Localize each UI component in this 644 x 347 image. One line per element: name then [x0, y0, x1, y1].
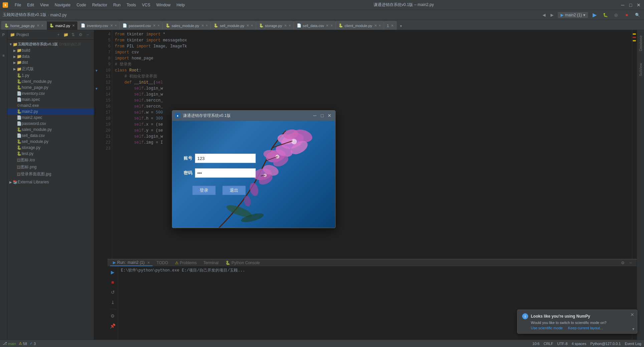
stop-button[interactable]: ■: [623, 11, 631, 19]
tab-inventory[interactable]: 📄 inventory.csv ✕ ×: [78, 21, 120, 30]
toolbar-back-btn[interactable]: ◀: [541, 12, 547, 18]
warning-triangle-icon: ⚠: [19, 341, 22, 346]
tab-sales-close[interactable]: ✕: [201, 24, 204, 27]
python-interpreter[interactable]: Python@127.0.0.1: [590, 342, 621, 346]
menu-edit[interactable]: Edit: [24, 1, 37, 9]
tab-sell-data-close[interactable]: ✕: [326, 24, 329, 27]
menu-code[interactable]: Code: [74, 1, 89, 9]
debug-button[interactable]: 🐛: [601, 11, 609, 19]
tab-client-modified: ×: [379, 24, 381, 27]
username-label: 账号: [182, 155, 192, 161]
status-bar: ⎇ main ⚠ 58 ✓ 3 10:6 CRLF UTF-8 4 spaces…: [0, 340, 644, 347]
tab-password-label: password.csv: [129, 24, 151, 28]
line-col[interactable]: 10:6: [532, 342, 540, 346]
toolbar-fwd-btn[interactable]: ▶: [549, 12, 555, 18]
git-status[interactable]: ⎇ main: [3, 341, 16, 346]
quit-button[interactable]: 退出: [222, 186, 246, 195]
tab-sales-icon: 🐍: [166, 23, 170, 28]
tab-sell-data-label: sell_data.csv: [303, 24, 324, 28]
tab-sales-module[interactable]: 🐍 sales_module.py ✕ ×: [163, 21, 211, 30]
modal-overlay: ♦ 谦通进销存管理系统v0.1版 ─ □ ✕: [0, 30, 644, 340]
notification-info-icon: i: [522, 313, 528, 319]
tab-1[interactable]: 1 ✕: [384, 21, 397, 30]
password-label: 密码: [182, 170, 192, 176]
menu-help[interactable]: Help: [174, 1, 188, 9]
notification-links: Use scientific mode Keep current layout.…: [522, 326, 632, 330]
tab-sell-module[interactable]: 🐍 sell_module.py ✕ ×: [211, 21, 256, 30]
notification-expand-btn[interactable]: ▾: [632, 327, 634, 331]
notification-header: i Looks like you're using NumPy: [522, 313, 632, 319]
modal-close-btn[interactable]: ✕: [327, 113, 333, 119]
search-everywhere-btn[interactable]: 🔍: [633, 11, 641, 19]
errors-status[interactable]: ✓ 3: [30, 341, 36, 346]
menu-run[interactable]: Run: [111, 1, 123, 9]
notification-close-btn[interactable]: ✕: [630, 312, 634, 317]
tab-password[interactable]: 📄 password.csv ✕ ×: [120, 21, 162, 30]
menu-navigate[interactable]: Navigate: [52, 1, 73, 9]
run-config-label: main2 (1): [565, 13, 582, 17]
tab-1-close[interactable]: ✕: [391, 24, 394, 27]
tab-sell-icon: 🐍: [214, 23, 218, 28]
modal-titlebar: ♦ 谦通进销存管理系统v0.1版 ─ □ ✕: [172, 111, 335, 121]
keep-current-layout-link[interactable]: Keep current layout...: [568, 326, 603, 330]
modal-maximize-btn[interactable]: □: [319, 113, 325, 119]
tab-password-close[interactable]: ✕: [153, 24, 156, 27]
use-scientific-mode-link[interactable]: Use scientific mode: [531, 326, 563, 330]
encoding[interactable]: UTF-8: [557, 342, 568, 346]
minimize-button[interactable]: ─: [620, 2, 625, 8]
menu-view[interactable]: View: [37, 1, 51, 9]
tab-sell-close[interactable]: ✕: [246, 24, 249, 27]
window-controls: ─ □ ✕: [620, 2, 641, 8]
run-coverage-btn[interactable]: ◎: [612, 11, 620, 19]
warnings-status[interactable]: ⚠ 58: [19, 341, 27, 346]
tab-home-page-close[interactable]: ✕: [37, 24, 39, 27]
tab-inventory-close[interactable]: ✕: [110, 24, 113, 27]
menu-file[interactable]: File: [12, 1, 24, 9]
form-buttons: 登录 退出: [182, 186, 256, 195]
tab-password-icon: 📄: [123, 23, 127, 28]
modal-title: 谦通进销存管理系统v0.1版: [183, 113, 310, 119]
run-config[interactable]: ▶ main2 (1) ▾: [558, 12, 588, 18]
tab-main2-close[interactable]: ✕: [72, 24, 75, 27]
tabs-overflow-btn[interactable]: ▾: [398, 22, 404, 30]
modal-body: 账号 密码 登录 退出: [172, 121, 335, 228]
run-config-chevron: ▾: [583, 13, 585, 17]
crlf[interactable]: CRLF: [544, 342, 553, 346]
indent[interactable]: 4 spaces: [572, 342, 586, 346]
tab-sell-data-icon: 📄: [297, 23, 301, 28]
tab-sell-label: sell_module.py: [220, 24, 244, 28]
tab-storage-close[interactable]: ✕: [284, 24, 287, 27]
menu-window[interactable]: Window: [154, 1, 173, 9]
tab-home-page-icon: 🐍: [4, 23, 9, 28]
tab-home-page[interactable]: 🐍 home_page.py ✕ ×: [1, 21, 46, 30]
tab-storage[interactable]: 🐍 storage.py ✕ ×: [256, 21, 294, 30]
tab-sales-modified: ×: [206, 24, 208, 27]
error-check-icon: ✓: [30, 341, 33, 346]
password-input[interactable]: [195, 168, 256, 178]
tab-main2[interactable]: 🐍 main2.py ✕: [46, 21, 78, 30]
tab-sell-data-modified: ×: [331, 24, 333, 27]
menu-refactor[interactable]: Refactor: [89, 1, 110, 9]
modal-minimize-btn[interactable]: ─: [312, 113, 318, 119]
tab-client-close[interactable]: ✕: [374, 24, 377, 27]
tab-home-page-label: home_page.py: [10, 24, 35, 28]
tab-inventory-label: inventory.csv: [87, 24, 108, 28]
notification-body: Would you like to switch to scientific m…: [522, 321, 632, 325]
close-button[interactable]: ✕: [636, 2, 641, 8]
menu-tools[interactable]: Tools: [124, 1, 139, 9]
tab-sell-data[interactable]: 📄 sell_data.csv ✕ ×: [294, 21, 336, 30]
username-row: 账号: [182, 154, 256, 163]
breadcrumb-file[interactable]: main2.py: [50, 13, 67, 17]
breadcrumb-project[interactable]: 玉顾闻进销存系统v0.1版: [3, 12, 46, 18]
tab-client-module[interactable]: 🐍 client_module.py ✕ ×: [336, 21, 384, 30]
maximize-button[interactable]: □: [628, 2, 633, 8]
tab-sell-modified: ×: [251, 24, 253, 27]
username-input[interactable]: [195, 154, 256, 163]
run-button[interactable]: ▶: [591, 11, 599, 19]
tab-storage-icon: 🐍: [259, 23, 264, 28]
tab-1-label: 1: [387, 24, 389, 28]
menu-vcs[interactable]: VCS: [139, 1, 153, 9]
event-log[interactable]: Event Log: [625, 342, 641, 346]
menu-bar: File Edit View Navigate Code Refactor Ru…: [12, 1, 187, 9]
login-button[interactable]: 登录: [192, 186, 216, 195]
